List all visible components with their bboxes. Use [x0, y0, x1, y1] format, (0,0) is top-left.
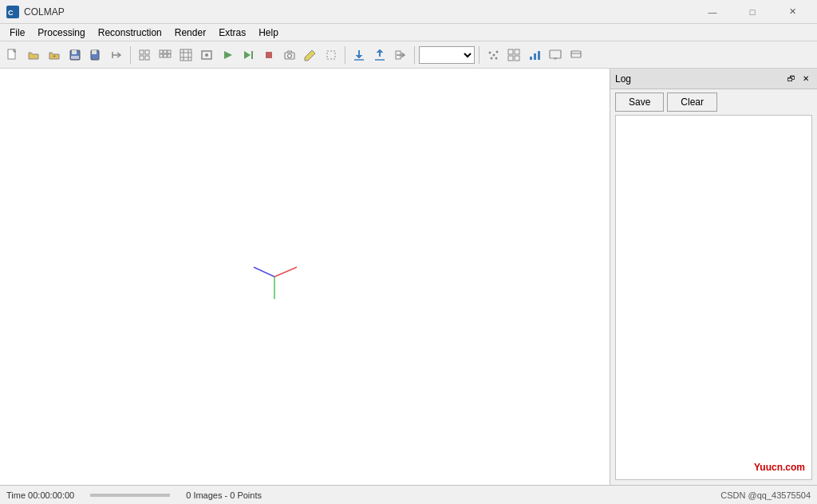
grid4-button[interactable] — [504, 45, 523, 65]
export-button[interactable] — [370, 45, 389, 65]
svg-rect-42 — [515, 49, 519, 54]
svg-rect-12 — [145, 56, 149, 60]
svg-rect-32 — [327, 51, 335, 59]
svg-rect-44 — [515, 56, 519, 61]
log-buttons: Save Clear — [610, 89, 817, 115]
pencil-button[interactable] — [301, 45, 320, 65]
svg-point-37 — [493, 53, 495, 56]
svg-rect-5 — [72, 50, 77, 54]
log-controls: 🗗 ✕ — [785, 73, 812, 85]
grid2-button[interactable] — [156, 45, 175, 65]
log-clear-button[interactable]: Clear — [667, 93, 717, 112]
menu-item-file[interactable]: File — [3, 24, 31, 41]
close-button[interactable]: ✕ — [774, 0, 811, 24]
svg-rect-29 — [266, 52, 272, 58]
separator-3 — [414, 46, 415, 64]
new-button[interactable] — [3, 45, 22, 65]
menu-item-render[interactable]: Render — [168, 24, 212, 41]
svg-marker-27 — [244, 51, 251, 59]
log-header: Log 🗗 ✕ — [610, 69, 817, 89]
open2-button[interactable]: + — [45, 45, 64, 65]
status-progress — [90, 494, 170, 497]
svg-rect-51 — [571, 51, 581, 57]
minimize-button[interactable]: — — [694, 0, 731, 24]
menu-bar: File Processing Reconstruction Render Ex… — [0, 24, 817, 41]
svg-rect-8 — [92, 50, 97, 54]
log-panel: Log 🗗 ✕ Save Clear Yuucn.com — [610, 69, 817, 485]
svg-rect-11 — [140, 56, 144, 60]
log-restore-button[interactable]: 🗗 — [785, 73, 798, 85]
log-content: Yuucn.com — [615, 115, 812, 480]
save2-button[interactable] — [86, 45, 105, 65]
title-bar: C COLMAP — □ ✕ — [0, 0, 817, 24]
svg-point-38 — [496, 50, 499, 53]
svg-point-31 — [288, 53, 292, 57]
svg-rect-9 — [140, 50, 144, 54]
log-close-button[interactable]: ✕ — [799, 73, 812, 85]
svg-text:+: + — [53, 53, 56, 59]
main-area: Log 🗗 ✕ Save Clear Yuucn.com — [0, 69, 817, 485]
grid3-button[interactable] — [176, 45, 195, 65]
svg-rect-17 — [164, 54, 167, 57]
svg-rect-16 — [160, 54, 163, 57]
menu-item-processing[interactable]: Processing — [31, 24, 91, 41]
app-title: COLMAP — [24, 6, 694, 18]
stats-label: 0 Images - 0 Points — [186, 490, 262, 500]
view-select[interactable] — [419, 46, 475, 64]
svg-rect-19 — [180, 49, 191, 61]
log-title: Log — [615, 73, 631, 85]
time-label: Time 00:00:00:00 — [6, 490, 74, 500]
menu-item-reconstruction[interactable]: Reconstruction — [92, 24, 168, 41]
menu-item-extras[interactable]: Extras — [212, 24, 252, 41]
svg-rect-28 — [251, 51, 253, 59]
stop-button[interactable] — [259, 45, 278, 65]
chart-button[interactable] — [525, 45, 544, 65]
svg-rect-15 — [168, 50, 171, 53]
viewport[interactable] — [0, 69, 610, 485]
select-rect-button[interactable] — [322, 45, 341, 65]
axes-container — [243, 245, 306, 309]
separator-4 — [479, 46, 480, 64]
display-button[interactable] — [546, 45, 565, 65]
toolbar: + — [0, 41, 817, 69]
svg-point-25 — [205, 53, 208, 57]
svg-rect-13 — [160, 50, 163, 53]
import2-button[interactable] — [349, 45, 369, 65]
svg-text:C: C — [8, 9, 14, 17]
svg-rect-14 — [164, 50, 167, 53]
svg-marker-26 — [224, 51, 232, 59]
log-watermark: Yuucn.com — [754, 462, 805, 473]
play-button[interactable] — [218, 45, 237, 65]
display2-button[interactable] — [566, 45, 586, 65]
svg-rect-10 — [145, 50, 149, 54]
separator-1 — [130, 46, 131, 64]
svg-rect-43 — [508, 56, 513, 61]
separator-2 — [345, 46, 345, 64]
svg-rect-46 — [534, 53, 536, 60]
svg-rect-18 — [168, 54, 171, 57]
points-button[interactable] — [483, 45, 503, 65]
open-button[interactable] — [24, 45, 43, 65]
menu-item-help[interactable]: Help — [252, 24, 285, 41]
svg-point-40 — [495, 57, 498, 59]
svg-line-55 — [254, 267, 274, 277]
export2-button[interactable] — [391, 45, 410, 65]
maximize-button[interactable]: □ — [734, 0, 771, 24]
svg-rect-47 — [538, 51, 540, 60]
app-icon: C — [6, 6, 19, 18]
camera-button[interactable] — [280, 45, 299, 65]
svg-point-39 — [491, 57, 493, 59]
window-controls: — □ ✕ — [694, 0, 811, 24]
csdn-watermark: CSDN @qq_43575504 — [720, 490, 811, 500]
skip-button[interactable] — [239, 45, 258, 65]
status-left: Time 00:00:00:00 0 Images - 0 Points — [6, 490, 720, 500]
svg-point-36 — [489, 51, 491, 53]
log-save-button[interactable]: Save — [615, 93, 664, 112]
grid-button[interactable] — [135, 45, 154, 65]
frame-button[interactable] — [197, 45, 216, 65]
status-bar: Time 00:00:00:00 0 Images - 0 Points CSD… — [0, 485, 817, 504]
import-button[interactable] — [107, 45, 126, 65]
svg-rect-45 — [530, 57, 532, 60]
svg-rect-6 — [71, 56, 79, 59]
save-button[interactable] — [65, 45, 85, 65]
